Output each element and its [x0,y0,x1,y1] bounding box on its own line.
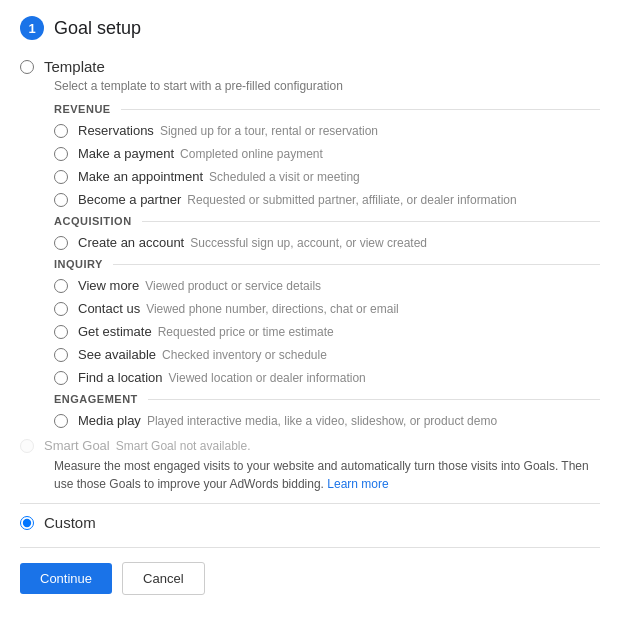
become-partner-radio[interactable] [54,193,68,207]
step-badge: 1 [20,16,44,40]
list-item: Create an account Successful sign up, ac… [54,235,600,250]
make-appointment-label: Make an appointment [78,169,203,184]
template-label: Template [44,58,105,75]
engagement-items: Media play Played interactive media, lik… [20,413,600,428]
contact-us-desc: Viewed phone number, directions, chat or… [146,302,399,316]
inquiry-items: View more Viewed product or service deta… [20,278,600,385]
list-item: Become a partner Requested or submitted … [54,192,600,207]
list-item: Find a location Viewed location or deale… [54,370,600,385]
list-item: View more Viewed product or service deta… [54,278,600,293]
view-more-desc: Viewed product or service details [145,279,321,293]
contact-us-label: Contact us [78,301,140,316]
acquisition-category: ACQUISITION Create an account Successful… [20,215,600,250]
acquisition-items: Create an account Successful sign up, ac… [20,235,600,250]
reservations-radio[interactable] [54,124,68,138]
make-payment-desc: Completed online payment [180,147,323,161]
inquiry-divider [113,264,600,265]
acquisition-divider [142,221,600,222]
revenue-divider [121,109,600,110]
template-radio[interactable] [20,60,34,74]
see-available-radio[interactable] [54,348,68,362]
list-item: Get estimate Requested price or time est… [54,324,600,339]
become-partner-desc: Requested or submitted partner, affiliat… [187,193,516,207]
revenue-items: Reservations Signed up for a tour, renta… [20,123,600,207]
smart-goal-label: Smart Goal [44,438,110,453]
create-account-radio[interactable] [54,236,68,250]
get-estimate-radio[interactable] [54,325,68,339]
smart-goal-section: Smart Goal Smart Goal not available. Mea… [20,438,600,493]
contact-us-radio[interactable] [54,302,68,316]
media-play-desc: Played interactive media, like a video, … [147,414,497,428]
make-payment-radio[interactable] [54,147,68,161]
revenue-category: REVENUE Reservations Signed up for a tou… [20,103,600,207]
custom-label: Custom [44,514,96,531]
list-item: See available Checked inventory or sched… [54,347,600,362]
create-account-label: Create an account [78,235,184,250]
get-estimate-label: Get estimate [78,324,152,339]
find-location-radio[interactable] [54,371,68,385]
template-subtext: Select a template to start with a pre-fi… [20,79,600,93]
page-title: Goal setup [54,18,141,39]
template-section: Template Select a template to start with… [20,58,600,428]
continue-button[interactable]: Continue [20,563,112,594]
list-item: Make an appointment Scheduled a visit or… [54,169,600,184]
footer-buttons: Continue Cancel [20,562,600,595]
list-item: Contact us Viewed phone number, directio… [54,301,600,316]
get-estimate-desc: Requested price or time estimate [158,325,334,339]
engagement-label: ENGAGEMENT [54,393,138,405]
cancel-button[interactable]: Cancel [122,562,204,595]
acquisition-label: ACQUISITION [54,215,132,227]
make-payment-label: Make a payment [78,146,174,161]
create-account-desc: Successful sign up, account, or view cre… [190,236,427,250]
section-divider [20,503,600,504]
view-more-radio[interactable] [54,279,68,293]
make-appointment-radio[interactable] [54,170,68,184]
step-header: 1 Goal setup [20,16,600,40]
become-partner-label: Become a partner [78,192,181,207]
engagement-category: ENGAGEMENT Media play Played interactive… [20,393,600,428]
find-location-desc: Viewed location or dealer information [169,371,366,385]
see-available-desc: Checked inventory or schedule [162,348,327,362]
inquiry-label: INQUIRY [54,258,103,270]
smart-goal-desc: Measure the most engaged visits to your … [20,457,600,493]
see-available-label: See available [78,347,156,362]
list-item: Reservations Signed up for a tour, renta… [54,123,600,138]
engagement-divider [148,399,600,400]
reservations-label: Reservations [78,123,154,138]
list-item: Media play Played interactive media, lik… [54,413,600,428]
make-appointment-desc: Scheduled a visit or meeting [209,170,360,184]
reservations-desc: Signed up for a tour, rental or reservat… [160,124,378,138]
learn-more-link[interactable]: Learn more [327,477,388,491]
list-item: Make a payment Completed online payment [54,146,600,161]
custom-radio[interactable] [20,516,34,530]
media-play-label: Media play [78,413,141,428]
smart-goal-radio [20,439,34,453]
media-play-radio[interactable] [54,414,68,428]
custom-section: Custom [20,514,600,531]
revenue-label: REVENUE [54,103,111,115]
view-more-label: View more [78,278,139,293]
inquiry-category: INQUIRY View more Viewed product or serv… [20,258,600,385]
find-location-label: Find a location [78,370,163,385]
smart-goal-note: Smart Goal not available. [116,439,251,453]
footer-divider [20,547,600,548]
